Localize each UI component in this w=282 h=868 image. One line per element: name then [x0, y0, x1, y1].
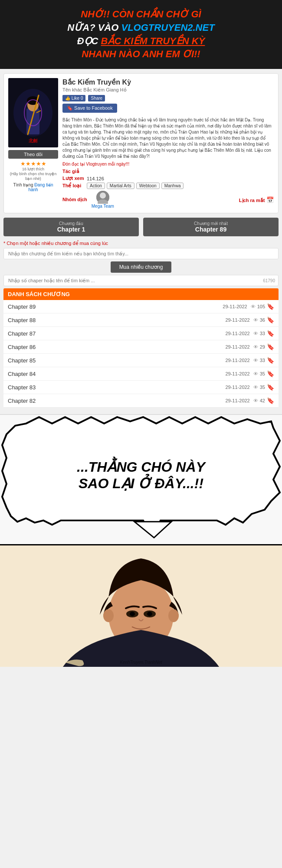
fb-like-btn[interactable]: 👍 Like 0	[62, 95, 85, 101]
purchase-button[interactable]: Mua nhiều chương	[111, 261, 172, 273]
banner-line3-prefix: ĐỌC	[77, 36, 101, 46]
chapter-views-84: 35	[260, 371, 265, 376]
chapter-views-89: 105	[257, 304, 265, 309]
banner-site-link[interactable]: VLOGTRUYEN2.NET	[121, 22, 214, 33]
banner-line4: NHANH NÀO ANH EM ƠI!!	[4, 48, 278, 61]
author-label: Tác giả	[62, 169, 84, 174]
bookmark-icon-82[interactable]: 🔖	[267, 397, 274, 404]
chapter-date-83: 29-11-2022	[225, 385, 249, 390]
cover-art-svg: 北劍	[8, 78, 58, 147]
first-chapter-label: Chương đầu	[8, 221, 134, 226]
chapter-item-84[interactable]: Chapter 84 29-11-2022 👁 35 🔖	[3, 367, 279, 381]
search-input[interactable]	[3, 275, 279, 286]
manga-cover: 北劍	[8, 78, 58, 147]
chapter-date-87: 29-11-2022	[225, 331, 249, 336]
bookmark-icon-88[interactable]: 🔖	[267, 317, 274, 323]
chapter-item-87[interactable]: Chapter 87 29-11-2022 👁 33 🔖	[3, 327, 279, 340]
manga-details: Bắc Kiếm Truyền Kỳ Tên khác Bắc Kiếm Gia…	[62, 78, 274, 209]
latest-chapter-button[interactable]: Chương mới nhất Chapter 89	[143, 218, 279, 236]
chapter-name-82: Chapter 82	[8, 398, 225, 404]
manga-title: Bắc Kiếm Truyền Kỳ	[62, 78, 274, 86]
banner-line4-text: NHANH NÀO ANH EM ƠI!!	[82, 49, 200, 59]
genre-webtoon[interactable]: Webtoon	[136, 183, 160, 189]
first-chapter-button[interactable]: Chương đầu Chapter 1	[3, 218, 139, 236]
banner-line1: NHỚ!! CÒN CHẦN CHỜ GÌ	[4, 8, 278, 21]
chapter-item-82[interactable]: Chapter 82 29-11-2022 👁 42 🔖	[3, 394, 279, 408]
follow-section: Theo dõi ★★★★★ 16 lượt thích (Hãy bình c…	[8, 150, 58, 192]
svg-point-20	[130, 612, 135, 616]
chapter-item-83[interactable]: Chapter 83 29-11-2022 👁 35 🔖	[3, 381, 279, 394]
manga-description: Bắc Thiên Môn - Đức tường vững chắc bảo …	[62, 117, 274, 160]
search-count: 61790	[263, 278, 275, 283]
translator-label: Nhóm dịch	[62, 197, 87, 202]
update-note: Đón đọc tại Vlogtruyen mỗi ngày!!!	[62, 162, 274, 166]
chapter-name-86: Chapter 86	[8, 344, 225, 350]
bookmark-icon-85[interactable]: 🔖	[267, 357, 274, 364]
watermark: KenhTruyen.TranhNet	[120, 660, 162, 665]
svg-marker-12	[134, 522, 171, 538]
translator-avatar	[96, 191, 109, 204]
genre-martial-arts[interactable]: Martial Arts	[107, 183, 134, 189]
genre-tags: Action Martial Arts Webtoon Manhwa	[87, 183, 184, 189]
bookmark-icon-86[interactable]: 🔖	[267, 343, 274, 350]
chapter-item-86[interactable]: Chapter 86 29-11-2022 👁 29 🔖	[3, 340, 279, 354]
svg-point-23	[168, 609, 179, 622]
search-wrapper: 61790	[3, 275, 279, 286]
purchase-section: Chọn một hoặc nhiều chương để mua cùng l…	[3, 241, 279, 273]
main-card: 北劍 Theo dõi ★★★★★ 16 lượt thích (Hãy bìn…	[3, 73, 279, 213]
chapter-date-89: 29-11-2022	[223, 304, 247, 309]
chapter-date-86: 29-11-2022	[225, 344, 249, 349]
bookmark-icon-87[interactable]: 🔖	[267, 330, 274, 337]
banner-highlight-1: NHỚ!! CÒN CHẦN CHỜ GÌ	[81, 9, 201, 20]
chapter-name-87: Chapter 87	[8, 330, 225, 337]
likes-count: 16 lượt thích	[8, 167, 58, 172]
eye-icon-89: 👁	[251, 304, 256, 309]
chapter-date-84: 29-11-2022	[225, 371, 249, 376]
eye-icon-87: 👁	[253, 331, 258, 336]
chapter-item-88[interactable]: Chapter 88 29-11-2022 👁 36 🔖	[3, 313, 279, 327]
translator-name[interactable]: Mega Team	[92, 204, 114, 209]
first-chapter-value: Chapter 1	[8, 226, 134, 233]
latest-chapter-value: Chapter 89	[148, 226, 274, 233]
genre-action[interactable]: Action	[87, 183, 105, 189]
svg-text:北劍: 北劍	[28, 138, 37, 143]
banner-line2-prefix: NỮA? VÀO	[67, 22, 121, 33]
chapter-name-85: Chapter 85	[8, 357, 225, 364]
eye-icon-85: 👁	[253, 358, 258, 363]
manga-info-section: 北劍 Theo dõi ★★★★★ 16 lượt thích (Hãy bìn…	[8, 78, 274, 209]
alt-value[interactable]: Bắc Kiếm Giang Hồ	[83, 87, 126, 92]
follow-button[interactable]: Theo dõi	[8, 150, 58, 159]
save-facebook-button[interactable]: 🔖 Save to Facebook	[62, 104, 117, 113]
banner-section: NHỚ!! CÒN CHẦN CHỜ GÌ NỮA? VÀO VLOGTRUYE…	[0, 0, 282, 69]
banner-line2: NỮA? VÀO VLOGTRUYEN2.NET	[4, 21, 278, 35]
chapter-list-header: DANH SÁCH CHƯƠNG	[3, 288, 279, 300]
banner-line3: ĐỌC BẮC KIẾM TRUYỀN KỲ	[4, 35, 278, 48]
chapter-name-84: Chapter 84	[8, 371, 225, 377]
views-row: Lượt xem 114.126	[62, 176, 274, 181]
eye-icon-88: 👁	[253, 317, 258, 323]
bookmark-icon-89[interactable]: 🔖	[267, 303, 274, 310]
chapter-item-85[interactable]: Chapter 85 29-11-2022 👁 33 🔖	[3, 354, 279, 367]
chapter-item-89[interactable]: Chapter 89 29-11-2022 👁 105 🔖	[3, 300, 279, 313]
release-label: Lịch ra mắt	[239, 198, 265, 203]
speech-text-line2: SAO LẠI Ở ĐÂY...!!	[77, 475, 205, 492]
manga-alt-title: Tên khác Bắc Kiếm Giang Hồ	[62, 87, 274, 93]
calendar-icon[interactable]: 📅	[266, 196, 274, 203]
latest-chapter-label: Chương mới nhất	[148, 221, 274, 226]
purchase-input[interactable]	[3, 248, 279, 259]
svg-point-10	[100, 193, 106, 199]
chapter-name-89: Chapter 89	[8, 303, 223, 310]
star-rating[interactable]: ★★★★★	[8, 160, 58, 167]
banner-title-link[interactable]: BẮC KIẾM TRUYỀN KỲ	[101, 36, 205, 46]
fb-share-btn[interactable]: Share	[88, 95, 105, 101]
chapter-name-88: Chapter 88	[8, 317, 225, 323]
speech-text-line1: ...THẰNG CHÓ NÀY	[77, 459, 205, 475]
alt-label: Tên khác	[62, 87, 82, 92]
chapter-views-87: 33	[260, 331, 265, 336]
chapter-views-88: 36	[260, 317, 265, 323]
likes-hint: (Hãy bình chọn cho truyện bạn nhé)	[8, 172, 58, 181]
bookmark-icon-84[interactable]: 🔖	[267, 370, 274, 377]
status-row: Tình trạng Đang tiến hành	[8, 183, 58, 192]
bookmark-icon-83[interactable]: 🔖	[267, 384, 274, 391]
genre-manhwa[interactable]: Manhwa	[161, 183, 184, 189]
